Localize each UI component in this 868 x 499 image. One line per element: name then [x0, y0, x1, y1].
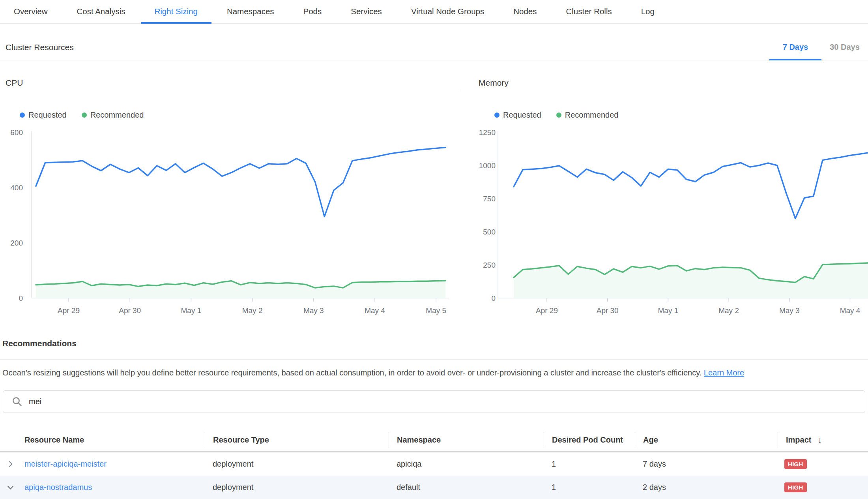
- svg-text:May 1: May 1: [181, 306, 202, 315]
- age-cell: 2 days: [635, 483, 778, 492]
- svg-text:May 5: May 5: [426, 306, 446, 315]
- tab-namespaces[interactable]: Namespaces: [213, 0, 288, 24]
- resource-search-box[interactable]: [3, 390, 865, 413]
- search-icon: [12, 396, 22, 407]
- legend-label: Requested: [503, 111, 541, 120]
- table-row[interactable]: meister-apiciqa-meister deployment apici…: [0, 452, 868, 476]
- svg-text:Apr 29: Apr 29: [58, 306, 80, 315]
- tab-log[interactable]: Log: [627, 0, 668, 24]
- age-cell: 7 days: [635, 460, 778, 469]
- svg-text:0: 0: [491, 294, 496, 302]
- impact-header-label: Impact: [786, 435, 811, 445]
- legend-label: Recommended: [565, 111, 619, 120]
- impact-badge: HIGH: [784, 459, 807, 469]
- column-header-impact[interactable]: Impact ↓: [778, 432, 868, 448]
- cpu-legend-recommended[interactable]: Recommended: [82, 111, 144, 120]
- svg-text:0: 0: [19, 294, 23, 302]
- cpu-legend: Requested Recommended: [20, 111, 144, 120]
- namespace-cell: apiciqa: [389, 460, 544, 469]
- memory-chart-title: Memory: [479, 78, 509, 88]
- tab-virtual-node-groups[interactable]: Virtual Node Groups: [397, 0, 498, 24]
- date-range-tabs: 7 Days 30 Days: [769, 36, 868, 60]
- table-row[interactable]: apiqa-nostradamus deployment default 1 2…: [0, 476, 868, 499]
- resource-type-cell: deployment: [205, 460, 389, 469]
- desired-pod-count-cell: 1: [544, 460, 635, 469]
- recommendations-description: Ocean's resizing suggestions will help y…: [2, 368, 744, 377]
- requested-dot-icon: [494, 113, 499, 118]
- resource-type-cell: deployment: [205, 483, 389, 492]
- svg-text:400: 400: [10, 184, 23, 192]
- svg-text:Apr 29: Apr 29: [536, 306, 558, 315]
- table-header-row: Resource Name Resource Type Namespace De…: [0, 429, 868, 452]
- svg-text:750: 750: [483, 195, 496, 203]
- memory-legend-recommended[interactable]: Recommended: [556, 111, 619, 120]
- column-header-namespace[interactable]: Namespace: [389, 432, 544, 448]
- memory-legend-requested[interactable]: Requested: [494, 111, 541, 120]
- column-header-resource-name[interactable]: Resource Name: [21, 432, 205, 448]
- resource-name-link[interactable]: apiqa-nostradamus: [24, 483, 92, 491]
- svg-text:May 3: May 3: [303, 306, 324, 315]
- cpu-chart-title: CPU: [6, 78, 23, 88]
- cpu-legend-requested[interactable]: Requested: [20, 111, 67, 120]
- svg-text:Apr 30: Apr 30: [119, 306, 141, 315]
- impact-badge: HIGH: [784, 482, 807, 492]
- cpu-line-chart: 6004002000Apr 29Apr 30May 1May 2May 3May…: [0, 126, 462, 319]
- recommendations-table: Resource Name Resource Type Namespace De…: [0, 429, 868, 499]
- tab-services[interactable]: Services: [337, 0, 396, 24]
- svg-text:May 2: May 2: [718, 306, 739, 315]
- desired-pod-count-cell: 1: [544, 483, 635, 492]
- legend-label: Requested: [28, 111, 67, 120]
- memory-line-chart: 125010007505002500Apr 29Apr 30May 1May 2…: [466, 126, 868, 319]
- svg-text:May 3: May 3: [779, 306, 800, 315]
- search-input[interactable]: [28, 397, 865, 407]
- tab-right-sizing[interactable]: Right Sizing: [141, 0, 211, 24]
- requested-dot-icon: [20, 113, 25, 118]
- sort-desc-icon[interactable]: ↓: [817, 435, 822, 445]
- chevron-right-icon[interactable]: [7, 460, 14, 468]
- svg-text:600: 600: [10, 128, 23, 137]
- svg-text:May 4: May 4: [365, 306, 385, 315]
- svg-text:500: 500: [483, 228, 496, 236]
- range-tab-7-days[interactable]: 7 Days: [769, 36, 821, 60]
- cluster-resources-header: Cluster Resources 7 Days 30 Days: [0, 36, 868, 60]
- tab-pods[interactable]: Pods: [290, 0, 336, 24]
- namespace-cell: default: [389, 483, 544, 492]
- svg-text:Apr 30: Apr 30: [597, 306, 619, 315]
- svg-text:1000: 1000: [479, 161, 496, 170]
- learn-more-link[interactable]: Learn More: [704, 368, 744, 377]
- memory-legend: Requested Recommended: [494, 111, 618, 120]
- recommended-dot-icon: [556, 113, 561, 118]
- recommendations-description-text: Ocean's resizing suggestions will help y…: [2, 368, 702, 377]
- resource-name-link[interactable]: meister-apiciqa-meister: [24, 460, 107, 468]
- tab-cluster-rolls[interactable]: Cluster Rolls: [552, 0, 626, 24]
- recommended-dot-icon: [82, 113, 87, 118]
- memory-title-rule: [473, 91, 868, 91]
- recommendations-divider: [0, 359, 868, 360]
- column-header-age[interactable]: Age: [635, 432, 778, 448]
- svg-text:250: 250: [483, 261, 496, 269]
- svg-text:1250: 1250: [479, 128, 496, 137]
- cluster-resources-title: Cluster Resources: [6, 43, 74, 52]
- cpu-title-rule: [0, 91, 459, 91]
- header-expander-spacer: [0, 432, 21, 448]
- tab-overview[interactable]: Overview: [0, 0, 61, 24]
- chevron-down-icon[interactable]: [7, 484, 14, 491]
- range-tab-30-days[interactable]: 30 Days: [821, 36, 868, 60]
- svg-text:200: 200: [10, 239, 23, 247]
- svg-text:May 2: May 2: [242, 306, 263, 315]
- recommendations-title: Recommendations: [2, 339, 77, 348]
- top-tab-bar: Overview Cost Analysis Right Sizing Name…: [0, 0, 868, 24]
- column-header-resource-type[interactable]: Resource Type: [205, 432, 389, 448]
- tab-nodes[interactable]: Nodes: [499, 0, 550, 24]
- column-header-desired-pod-count[interactable]: Desired Pod Count: [544, 432, 635, 448]
- legend-label: Recommended: [90, 111, 144, 120]
- svg-text:May 4: May 4: [840, 306, 861, 315]
- tab-cost-analysis[interactable]: Cost Analysis: [63, 0, 139, 24]
- svg-text:May 1: May 1: [658, 306, 679, 315]
